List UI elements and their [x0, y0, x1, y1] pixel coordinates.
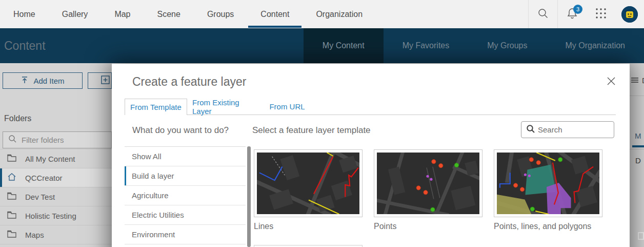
template-card-points-lines-polygons[interactable]: [494, 149, 602, 217]
divider: [630, 96, 644, 96]
item-thumbnail-fragment: [638, 232, 644, 240]
nav-item-organization[interactable]: Organization: [303, 0, 376, 28]
add-item-button[interactable]: Add Item: [3, 72, 83, 89]
template-search-input[interactable]: [538, 125, 607, 134]
app-launcher-button[interactable]: [587, 0, 615, 28]
home-icon: [7, 173, 16, 183]
close-icon: [606, 76, 616, 88]
create-button-partial[interactable]: [88, 72, 112, 89]
sort-label-fragment: Da: [642, 76, 644, 85]
template-card-points[interactable]: [374, 149, 482, 217]
folder-icon: [7, 211, 16, 220]
folder-item-maps[interactable]: Maps: [0, 225, 112, 244]
column-fragment: M: [635, 131, 641, 140]
search-icon: [537, 8, 549, 21]
template-label-points: Points: [374, 222, 396, 231]
folder-icon: [7, 154, 16, 163]
search-icon: [526, 124, 535, 136]
notifications-button[interactable]: 3: [558, 0, 587, 28]
app-grid-icon: [595, 7, 607, 22]
tab-my-organization[interactable]: My Organization: [547, 28, 644, 63]
category-show-all[interactable]: Show All: [125, 147, 246, 166]
upload-icon: [21, 76, 29, 86]
category-scrollbar[interactable]: [247, 146, 251, 247]
column-fragment: D: [635, 156, 641, 165]
template-card-lines[interactable]: [254, 149, 363, 217]
filter-folders-box: [3, 131, 112, 148]
folder-label: QCCreator: [25, 174, 63, 182]
category-list: Show All Build a layer Agriculture Elect…: [125, 146, 246, 244]
search-button[interactable]: [529, 0, 557, 28]
folder-item-qccreator[interactable]: QCCreator: [0, 168, 112, 187]
avatar: [621, 6, 638, 23]
nav-item-groups[interactable]: Groups: [194, 0, 247, 28]
category-build-a-layer[interactable]: Build a layer: [125, 166, 246, 186]
active-underline-fragment: [632, 145, 644, 147]
tab-my-content[interactable]: My Content: [304, 28, 384, 63]
categories-heading: What do you want to do?: [132, 125, 229, 136]
page-title: Content: [0, 28, 46, 63]
folders-heading: Folders: [4, 114, 31, 123]
nav-item-gallery[interactable]: Gallery: [49, 0, 102, 28]
category-electric-utilities[interactable]: Electric Utilities: [125, 205, 246, 225]
nav-item-scene[interactable]: Scene: [144, 0, 194, 28]
map-thumbnail-lines: [257, 153, 359, 214]
search-icon: [8, 135, 17, 145]
folder-icon: [7, 230, 16, 239]
tab-my-groups[interactable]: My Groups: [468, 28, 546, 63]
content-tabs: My Content My Favorites My Groups My Org…: [304, 28, 644, 63]
folder-item-dev-test[interactable]: Dev Test: [0, 187, 112, 206]
add-square-icon: [101, 75, 110, 86]
folder-item-all-my-content[interactable]: All My Content: [0, 149, 112, 168]
tab-from-url[interactable]: From URL: [269, 99, 305, 115]
sort-icon: [631, 76, 638, 85]
template-label-points-lines-polygons: Points, lines, and polygons: [494, 222, 591, 231]
folder-label: All My Content: [25, 155, 75, 163]
close-button[interactable]: [604, 75, 618, 89]
folder-label: Dev Test: [25, 193, 55, 201]
folder-list: All My Content QCCreator Dev Test Holist…: [0, 149, 112, 244]
divider: [630, 149, 644, 149]
dialog-title: Create a feature layer: [132, 75, 246, 89]
tab-from-template[interactable]: From Template: [125, 99, 187, 115]
templates-heading: Select a feature layer template: [252, 125, 371, 136]
notification-badge: 3: [573, 5, 582, 14]
page: Home Gallery Map Scene Groups Content Or…: [0, 0, 644, 247]
sort-control-fragment: Da: [631, 76, 644, 85]
create-feature-layer-dialog: Create a feature layer From Template Fro…: [112, 64, 630, 247]
filter-folders-input[interactable]: [22, 136, 104, 144]
nav-item-content[interactable]: Content: [247, 0, 303, 28]
folder-icon: [7, 192, 16, 201]
tab-from-existing-layer[interactable]: From Existing Layer: [192, 99, 259, 115]
category-environment[interactable]: Environment: [125, 225, 246, 244]
content-header-bar: Content My Content My Favorites My Group…: [0, 28, 644, 63]
top-navbar: Home Gallery Map Scene Groups Content Or…: [0, 0, 644, 28]
template-label-lines: Lines: [254, 222, 273, 231]
nav-item-home[interactable]: Home: [0, 0, 49, 28]
folder-item-holistic-testing[interactable]: Holistic Testing: [0, 206, 112, 225]
add-item-label: Add Item: [33, 77, 64, 85]
profile-button[interactable]: [615, 0, 644, 28]
template-card-next-row-partial[interactable]: [254, 245, 363, 247]
folder-label: Holistic Testing: [25, 212, 76, 220]
category-agriculture[interactable]: Agriculture: [125, 186, 246, 205]
template-search-box: [521, 121, 614, 138]
map-thumbnail-points: [377, 153, 479, 214]
map-thumbnail-points-lines-polygons: [497, 153, 599, 214]
folder-label: Maps: [25, 231, 44, 239]
nav-item-map[interactable]: Map: [101, 0, 144, 28]
navbar-right-controls: 3: [528, 0, 644, 28]
tab-my-favorites[interactable]: My Favorites: [384, 28, 469, 63]
